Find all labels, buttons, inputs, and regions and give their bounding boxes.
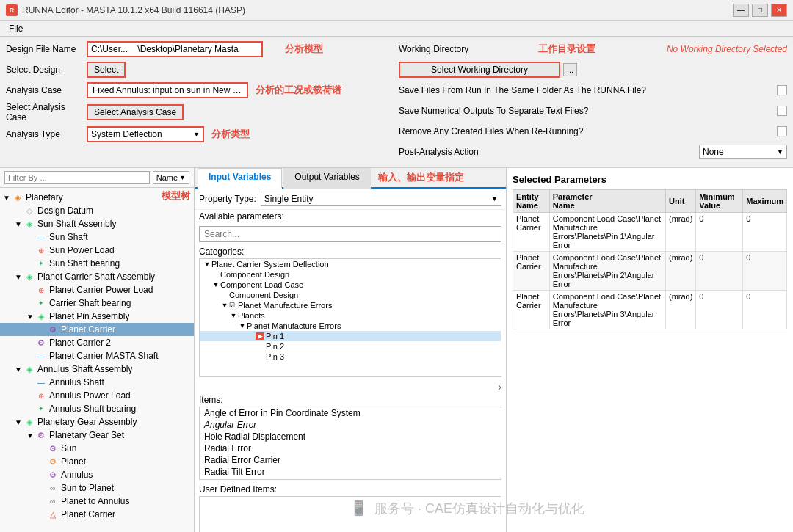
save-numerical-checkbox[interactable] [777, 106, 787, 116]
cat-expand-pme2[interactable]: ▼ [238, 322, 247, 329]
cat-pin1[interactable]: ▶ Pin 1 [200, 331, 501, 341]
tree-item-sun-power-load[interactable]: ⊕ Sun Power Load [0, 244, 194, 257]
tree-item-planet-carrier-2[interactable]: ⚙ Planet Carrier 2 [0, 336, 194, 349]
cat-expand-0[interactable]: ▼ [203, 260, 211, 268]
item-hole-radial[interactable]: Hole Radial Displacement [200, 431, 501, 442]
user-defined-box[interactable] [199, 496, 501, 532]
tree-item-planet-to-annulus[interactable]: ∞ Planet to Annulus [0, 495, 194, 508]
cat-planet-manufacture-errors-2[interactable]: ▼ Planet Manufacture Errors [200, 321, 501, 331]
item-radial-tilt[interactable]: Radial Tilt Error [200, 466, 501, 478]
item-tangential-error[interactable]: Tangential Error [200, 478, 501, 480]
item-radial-error[interactable]: Radial Error [200, 442, 501, 454]
tree-item-sun[interactable]: ⚙ Sun [0, 442, 194, 455]
remove-files-checkbox[interactable] [777, 126, 787, 136]
cat-component-load-case[interactable]: ▼ Component Load Case [200, 280, 501, 290]
save-numerical-row: Save Numerical Outputs To Separate Text … [399, 102, 787, 120]
expand-ppa[interactable]: ▼ [25, 313, 35, 321]
tree-item-planetary-gear-set[interactable]: ▼ ⚙ Planetary Gear Set [0, 429, 194, 442]
label-ppa: Planet Pin Assembly [49, 311, 129, 321]
minimize-button[interactable]: — [733, 4, 749, 17]
expand-pgs[interactable]: ▼ [25, 431, 35, 440]
row2-max: 0 [743, 252, 787, 291]
items-list[interactable]: Angle of Error in Pin Coordinate System … [199, 407, 501, 480]
filter-dropdown[interactable]: Name ▼ [153, 171, 189, 184]
tree-item-planetary-gear-assembly[interactable]: ▼ ◈ Planetary Gear Assembly [0, 415, 194, 429]
item-angular-error[interactable]: Angular Error [200, 419, 501, 431]
icon-annulus-power: ⊕ [35, 390, 47, 401]
label-design-datum: Design Datum [37, 205, 93, 216]
select-analysis-case-button[interactable]: Select Analysis Case [87, 104, 184, 120]
selected-params-title: Selected Parameters [513, 174, 787, 185]
tab-output-variables[interactable]: Output Variables [283, 168, 371, 189]
wd-browse-button[interactable]: ... [563, 63, 577, 76]
item-radial-error-carrier[interactable]: Radial Error Carrier [200, 454, 501, 466]
cat-component-design-2[interactable]: Component Design [200, 290, 501, 300]
cat-planets[interactable]: ▼ Planets [200, 310, 501, 321]
tree-item-sun-shaft-bearing[interactable]: ✦ Sun Shaft bearing [0, 257, 194, 270]
design-file-input[interactable]: C:\User... \Desktop\Planetary Masta [87, 41, 263, 57]
menu-file[interactable]: File [3, 22, 29, 35]
label-sun-bearing: Sun Shaft bearing [49, 258, 120, 269]
maximize-button[interactable]: □ [752, 4, 768, 17]
expand-planetary[interactable]: ▼ [1, 194, 12, 202]
tree-item-pc-masta-shaft[interactable]: — Planet Carrier MASTA Shaft [0, 349, 194, 362]
right-form: Working Directory 工作目录设置 No Working Dire… [388, 40, 787, 164]
tree-item-annulus-shaft[interactable]: — Annulus Shaft [0, 376, 194, 389]
cat-expand-clc[interactable]: ▼ [211, 281, 220, 288]
app-icon: R [6, 4, 18, 16]
tree-item-annulus-gear[interactable]: ⚙ Annulus [0, 468, 194, 481]
cat-planet-carrier-system-deflection[interactable]: ▼ Planet Carrier System Deflection [200, 259, 501, 269]
cat-pin2[interactable]: Pin 2 [200, 341, 501, 351]
cat-expand-pme[interactable]: ▼ [220, 302, 229, 309]
tree-item-planet-carrier-gear[interactable]: △ Planet Carrier [0, 508, 194, 521]
col-entity-name: Entity Name [513, 190, 550, 213]
select-wd-button[interactable]: Select Working Directory [399, 62, 560, 78]
categories-tree[interactable]: ▼ Planet Carrier System Deflection Compo… [199, 258, 501, 377]
tree-item-design-datum[interactable]: ◇ Design Datum [0, 204, 194, 217]
tree-item-annulus-shaft-bearing[interactable]: ✦ Annulus Shaft bearing [0, 402, 194, 415]
design-file-row: Design File Name C:\User... \Desktop\Pla… [6, 40, 388, 58]
post-analysis-label: Post-Analysis Action [399, 147, 699, 157]
tree-item-planet-carrier-shaft-assembly[interactable]: ▼ ◈ Planet Carrier Shaft Assembly [0, 270, 194, 283]
tree-item-annulus-shaft-assembly[interactable]: ▼ ◈ Annulus Shaft Assembly [0, 362, 194, 376]
expand-pcsa[interactable]: ▼ [13, 273, 23, 281]
tree-item-carrier-shaft-bearing[interactable]: ✦ Carrier Shaft bearing [0, 296, 194, 310]
property-type-row: Property Type: Single Entity ▼ [195, 189, 506, 210]
label-pc-power: Planet Carrier Power Load [49, 285, 153, 295]
cat-label-clc: Component Load Case [220, 280, 303, 289]
cat-component-design-1[interactable]: Component Design [200, 269, 501, 280]
save-files-checkbox[interactable] [777, 85, 787, 95]
label-pc-masta: Planet Carrier MASTA Shaft [49, 351, 159, 361]
analysis-type-select[interactable]: System Deflection ▼ [87, 126, 204, 142]
row2-entity: Planet Carrier [513, 252, 550, 291]
post-analysis-select[interactable]: None ▼ [699, 145, 787, 159]
tree-item-planet-pin-assembly[interactable]: ▼ ◈ Planet Pin Assembly [0, 310, 194, 323]
filter-input[interactable] [4, 171, 150, 184]
tab-input-variables[interactable]: Input Variables [198, 168, 282, 189]
expand-sun-shaft-assembly[interactable]: ▼ [13, 220, 23, 228]
cat-planet-manufacture-errors[interactable]: ▼ ☑ Planet Manufacture Errors [200, 300, 501, 310]
expand-asa[interactable]: ▼ [13, 365, 23, 374]
property-type-dropdown[interactable]: Single Entity ▼ [261, 192, 501, 206]
expand-pga[interactable]: ▼ [13, 418, 23, 426]
label-annulus-gear: Annulus [61, 470, 93, 480]
tree-item-sun-to-planet[interactable]: ∞ Sun to Planet [0, 481, 194, 495]
io-var-annotation: 输入、输出变量指定 [372, 168, 470, 187]
select-design-row: Select Design Select [6, 61, 388, 79]
cat-expand-planets[interactable]: ▼ [229, 312, 238, 319]
tree-item-annulus-power-load[interactable]: ⊕ Annulus Power Load [0, 389, 194, 402]
tree-item-sun-shaft-assembly[interactable]: ▼ ◈ Sun Shaft Assembly [0, 217, 194, 230]
cat-label-pin1: Pin 1 [266, 332, 284, 340]
label-annulus-power: Annulus Power Load [49, 390, 131, 401]
tree-item-planet-gear[interactable]: ⚙ Planet [0, 455, 194, 468]
tree-item-planet-carrier[interactable]: ⚙ Planet Carrier [0, 323, 194, 336]
tree-item-sun-shaft[interactable]: — Sun Shaft [0, 230, 194, 244]
close-button[interactable]: ✕ [771, 4, 787, 17]
scroll-down-arrow[interactable]: › [498, 381, 501, 393]
cat-pin3[interactable]: Pin 3 [200, 351, 501, 362]
tree-container[interactable]: ▼ ◈ Planetary ◇ Design Datum ▼ ◈ Sun Sha… [0, 188, 194, 532]
select-design-button[interactable]: Select [87, 62, 126, 78]
item-angle-error[interactable]: Angle of Error in Pin Coordinate System [200, 407, 501, 419]
tree-item-planet-carrier-power[interactable]: ⊕ Planet Carrier Power Load [0, 283, 194, 296]
search-input[interactable] [199, 226, 501, 242]
